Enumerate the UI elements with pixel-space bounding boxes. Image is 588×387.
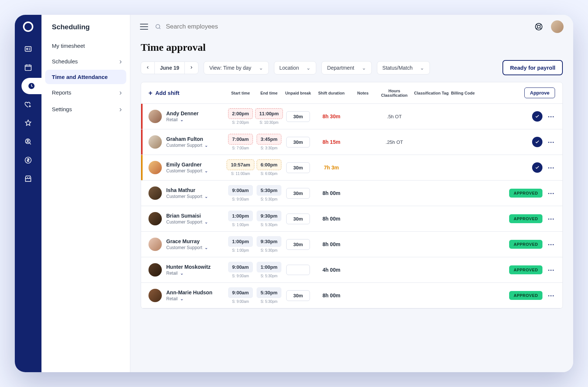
start-time-pill[interactable]: 9:00am [228, 185, 253, 196]
end-time-pill[interactable]: 11:00pm [255, 108, 283, 119]
break-pill[interactable]: 30m [286, 111, 310, 122]
row-more-icon[interactable]: ⋯ [548, 138, 555, 146]
employee-name: Andy Denner [166, 110, 198, 116]
rail-person-search-icon[interactable] [20, 133, 36, 150]
row-more-icon[interactable]: ⋯ [548, 240, 555, 248]
employee-dept-dropdown[interactable]: Customer Support⌄ [166, 168, 208, 173]
break-pill[interactable]: 30m [286, 239, 310, 250]
col-duration: Shift duration [313, 91, 350, 95]
row-more-icon[interactable]: ⋯ [548, 189, 555, 197]
employee-dept-dropdown[interactable]: Customer Support⌄ [166, 143, 208, 148]
end-time-pill[interactable]: 9:30pm [257, 211, 282, 221]
sidebar-item-label: Time and Attendance [52, 74, 108, 80]
start-time-scheduled: S: 2:00pm [232, 120, 249, 125]
location-dropdown[interactable]: Location ⌄ [274, 61, 317, 75]
employee-avatar [148, 161, 162, 174]
approve-button[interactable] [532, 137, 542, 147]
end-time-pill[interactable]: 1:00pm [257, 262, 282, 272]
approve-button[interactable] [532, 111, 542, 122]
rail-star-icon[interactable] [20, 115, 36, 131]
date-navigator: June 19 [141, 62, 198, 74]
sidebar-item-settings[interactable]: Settings› [41, 101, 130, 118]
employee-dept-dropdown[interactable]: Retail⌄ [166, 271, 211, 276]
row-actions: ⋯ [476, 111, 555, 122]
rail-clock-icon[interactable] [21, 78, 41, 94]
department-dropdown-label: Department [327, 65, 354, 71]
employee-dept-dropdown[interactable]: Customer Support⌄ [166, 219, 208, 225]
view-dropdown[interactable]: View: Time by day ⌄ [204, 61, 268, 75]
row-more-icon[interactable]: ⋯ [548, 112, 555, 120]
employee-cell: Brian SumaisiCustomer Support⌄ [148, 212, 226, 225]
sidebar-item-label: Settings [52, 106, 72, 112]
chevron-down-icon: ⌄ [204, 245, 208, 250]
rail-calendar-icon[interactable] [20, 59, 36, 76]
end-time-pill[interactable]: 6:00pm [257, 159, 282, 170]
row-actions: ⋯ [476, 137, 555, 147]
start-time-pill[interactable]: 10:57am [227, 159, 254, 170]
approved-badge: APPROVED [509, 214, 542, 223]
search-input[interactable] [165, 23, 254, 31]
row-more-icon[interactable]: ⋯ [548, 163, 555, 172]
approved-badge: APPROVED [509, 291, 542, 300]
row-more-icon[interactable]: ⋯ [548, 291, 555, 300]
break-pill[interactable]: 30m [286, 188, 310, 199]
start-time-pill[interactable]: 9:00am [228, 262, 253, 272]
chevron-right-icon: › [119, 105, 122, 113]
prev-day-button[interactable] [141, 62, 154, 74]
approve-all-button[interactable]: Approve [524, 87, 555, 98]
end-time-scheduled: S: 5:30pm [261, 300, 278, 304]
sidebar-item-reports[interactable]: Reports› [41, 84, 130, 101]
employee-avatar [148, 212, 162, 225]
start-time-pill[interactable]: 1:00pm [228, 236, 253, 247]
break-pill[interactable]: 30m [286, 214, 310, 224]
sidebar-item-time-and-attendance[interactable]: Time and Attendance [45, 70, 126, 84]
employee-dept-dropdown[interactable]: Customer Support⌄ [166, 245, 208, 250]
col-bill: Billing Code [450, 91, 476, 95]
break-cell: 30m [283, 239, 313, 250]
end-time-scheduled: S: 3:30pm [261, 146, 278, 150]
end-time-scheduled: S: 5:30pm [261, 248, 278, 252]
start-time: 10:57amS: 11:00am [226, 159, 255, 176]
next-day-button[interactable] [185, 62, 198, 74]
search-box[interactable] [155, 23, 273, 31]
help-icon[interactable] [533, 21, 544, 32]
ready-for-payroll-button[interactable]: Ready for payroll [502, 60, 563, 75]
end-time-pill[interactable]: 5:30pm [257, 287, 282, 298]
employee-name: Grace Murray [166, 238, 208, 244]
rail-heart-icon[interactable] [20, 96, 36, 113]
employee-cell: Ann-Marie HudsonRetail⌄ [148, 289, 226, 302]
row-more-icon[interactable]: ⋯ [548, 215, 555, 223]
rail-dollar-icon[interactable] [20, 152, 36, 168]
start-time-pill[interactable]: 9:00am [228, 287, 253, 298]
chevron-down-icon: ⌄ [306, 65, 311, 71]
sidebar-item-my-timesheet[interactable]: My timesheet [41, 39, 130, 53]
status-dropdown[interactable]: Status/Match ⌄ [377, 61, 430, 75]
break-pill[interactable]: 30m [286, 162, 310, 173]
user-avatar[interactable] [551, 20, 564, 33]
end-time-pill[interactable]: 3:45pm [257, 134, 282, 145]
break-pill[interactable]: 30m [286, 137, 310, 148]
end-time-scheduled: S: 5:30pm [261, 197, 278, 201]
employee-dept-dropdown[interactable]: Customer Support⌄ [166, 194, 208, 199]
break-pill[interactable] [286, 265, 310, 275]
start-time-pill[interactable]: 1:00pm [228, 211, 253, 221]
menu-icon[interactable] [140, 24, 148, 30]
approve-button[interactable] [532, 162, 542, 173]
start-time-pill[interactable]: 7:00am [228, 134, 253, 145]
start-time: 9:00amS: 9:00am [226, 287, 255, 304]
start-time-pill[interactable]: 2:00pm [228, 108, 253, 119]
end-time-pill[interactable]: 5:30pm [257, 185, 282, 196]
add-shift-button[interactable]: + Add shift [148, 90, 226, 96]
chevron-down-icon: ⌄ [204, 194, 208, 199]
end-time-pill[interactable]: 9:30pm [257, 236, 282, 247]
employee-dept-dropdown[interactable]: Retail⌄ [166, 117, 198, 122]
row-more-icon[interactable]: ⋯ [548, 266, 555, 274]
employee-dept-dropdown[interactable]: Retail⌄ [166, 296, 212, 301]
rail-card-icon[interactable] [20, 41, 36, 57]
break-pill[interactable]: 30m [286, 290, 310, 301]
rail-store-icon[interactable] [20, 171, 36, 187]
sidebar-item-schedules[interactable]: Schedules› [41, 53, 130, 70]
department-dropdown[interactable]: Department ⌄ [321, 61, 371, 75]
row-actions: APPROVED⋯ [476, 240, 555, 249]
svg-point-9 [537, 25, 540, 28]
